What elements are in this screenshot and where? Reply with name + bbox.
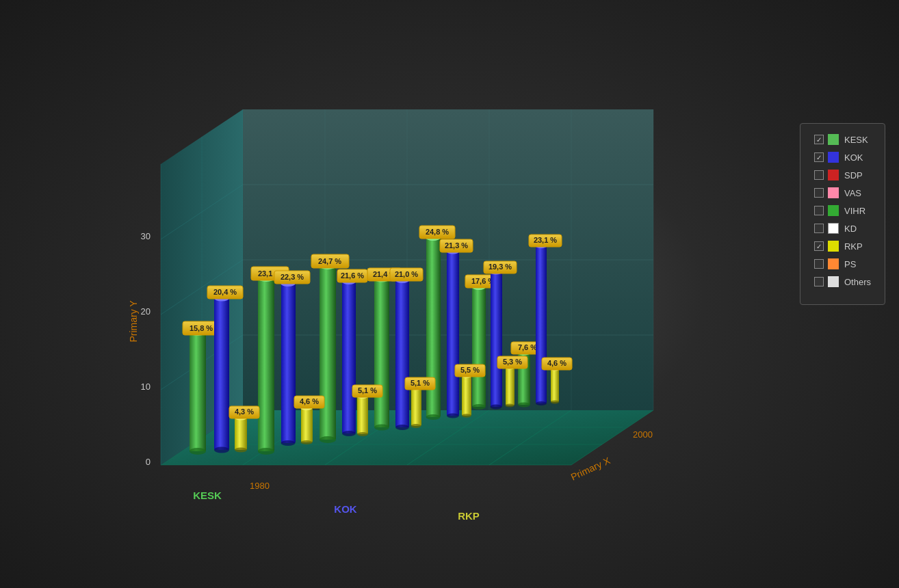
svg-rect-43 (472, 287, 486, 407)
svg-rect-31 (320, 266, 336, 440)
legend-item-others: Others (814, 276, 871, 287)
y-tick-0: 0 (146, 457, 151, 467)
y-tick-10: 10 (141, 382, 151, 392)
legend-checkbox-ps[interactable] (814, 259, 824, 269)
svg-rect-23 (190, 332, 206, 451)
svg-rect-55 (281, 284, 296, 443)
svg-point-73 (491, 405, 502, 410)
svg-point-77 (536, 401, 547, 405)
legend-color-sdp (828, 170, 839, 181)
legend-checkbox-kd[interactable] (814, 224, 824, 233)
legend-item-kesk: KESK (814, 134, 871, 145)
x-tick-2000: 2000 (633, 429, 653, 440)
y-tick-20: 20 (141, 306, 151, 317)
y-tick-30: 30 (141, 231, 151, 241)
legend-color-kok (828, 152, 839, 163)
svg-rect-39 (426, 238, 441, 417)
legend-color-ps (828, 258, 839, 269)
svg-point-89 (357, 432, 368, 436)
x-tick-1980: 1980 (250, 481, 270, 491)
label-rkp-1984: 4,6 % (300, 397, 319, 405)
series-label-kesk: KESK (193, 490, 222, 501)
svg-rect-91 (411, 388, 421, 426)
legend-item-vas: VAS (814, 187, 871, 198)
legend-label-rkp: RKP (844, 241, 863, 252)
legend-label-kok: KOK (844, 152, 863, 163)
label-kok-1992: 21,0 % (395, 270, 418, 278)
legend-item-ps: PS (814, 258, 871, 269)
svg-rect-103 (551, 369, 559, 402)
svg-point-45 (472, 404, 486, 410)
label-kok-1996: 21,3 % (445, 241, 468, 250)
svg-rect-79 (235, 418, 247, 450)
svg-point-93 (411, 424, 421, 428)
label-kok-2004: 23,1 % (534, 236, 557, 244)
legend-label-vas: VAS (844, 188, 861, 198)
legend-checkbox-others[interactable] (814, 277, 824, 286)
label-kesk-1996: 24,8 % (426, 228, 449, 236)
svg-rect-71 (491, 272, 502, 407)
legend-label-others: Others (844, 277, 871, 287)
svg-rect-83 (301, 408, 313, 442)
legend-item-vihr: VIHR (814, 205, 871, 216)
y-axis-label: Primary Y (128, 300, 139, 343)
svg-point-41 (426, 414, 441, 420)
legend-color-kd (828, 223, 839, 234)
svg-point-61 (342, 431, 356, 436)
label-kok-1984: 22,3 % (281, 273, 304, 281)
legend-item-kd: KD (814, 223, 871, 234)
legend-label-kesk: KESK (844, 135, 868, 145)
svg-point-25 (190, 448, 206, 455)
label-kesk-2004: 7,6 % (518, 343, 537, 351)
svg-point-101 (506, 404, 514, 407)
label-kok-1988: 21,6 % (341, 271, 364, 280)
legend-color-rkp (828, 241, 839, 252)
label-rkp-2000: 5,3 % (503, 358, 522, 366)
legend-item-rkp: RKP (814, 241, 871, 252)
label-kesk-1988: 24,7 % (318, 257, 341, 265)
label-rkp-1988: 5,1 % (358, 386, 377, 395)
svg-rect-51 (214, 298, 229, 450)
svg-rect-75 (536, 246, 547, 403)
legend-checkbox-sdp[interactable] (814, 170, 824, 180)
svg-point-29 (258, 448, 274, 455)
legend-checkbox-vihr[interactable] (814, 206, 824, 215)
legend-label-vihr: VIHR (844, 206, 865, 216)
svg-rect-27 (258, 278, 274, 451)
legend-color-others (828, 276, 839, 287)
legend-item-kok: KOK (814, 152, 871, 163)
legend-checkbox-vas[interactable] (814, 188, 824, 198)
svg-rect-35 (374, 279, 389, 427)
svg-point-37 (374, 425, 389, 431)
label-rkp-1980: 4,3 % (235, 407, 254, 416)
svg-rect-99 (506, 368, 514, 405)
legend-label-sdp: SDP (844, 170, 863, 181)
svg-point-105 (551, 401, 559, 404)
svg-rect-59 (342, 282, 356, 433)
svg-point-49 (518, 403, 530, 407)
legend-checkbox-kesk[interactable] (814, 135, 824, 144)
svg-rect-67 (447, 252, 459, 416)
label-rkp-1996: 5,5 % (460, 366, 480, 374)
legend-checkbox-kok[interactable] (814, 152, 824, 162)
label-rkp-2004: 4,6 % (547, 359, 566, 367)
legend-checkbox-rkp[interactable] (814, 241, 824, 251)
svg-point-81 (235, 448, 247, 453)
series-label-kok: KOK (334, 503, 357, 515)
svg-point-33 (320, 436, 336, 443)
legend-item-sdp: SDP (814, 170, 871, 181)
svg-point-57 (281, 440, 296, 446)
chart-area: 0 10 20 30 Primary Y 1980 2000 Primary X… (21, 55, 773, 547)
legend-color-vas (828, 187, 839, 198)
svg-point-85 (301, 440, 313, 444)
legend-color-kesk (828, 134, 839, 145)
svg-point-69 (447, 414, 459, 418)
label-kok-2000: 19,3 % (488, 263, 512, 271)
legend-label-ps: PS (844, 259, 856, 269)
label-kesk-1980: 15,8 % (190, 324, 213, 332)
svg-rect-95 (462, 376, 471, 416)
svg-rect-87 (357, 397, 368, 434)
legend-label-kd: KD (844, 224, 857, 234)
label-kok-1980: 20,4 % (213, 288, 237, 296)
legend: KESK KOK SDP VAS VIHR KD RKP PS Others (800, 123, 885, 305)
